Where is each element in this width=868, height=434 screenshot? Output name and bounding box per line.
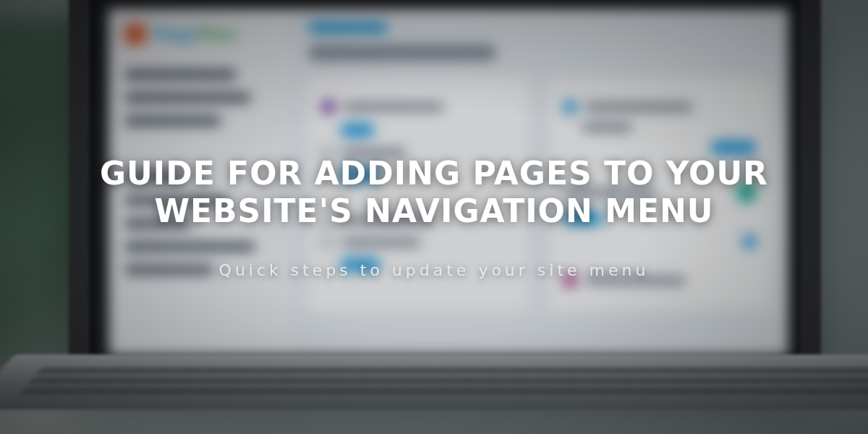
hero-banner: PagePlan bbox=[0, 0, 868, 434]
foreground-text: GUIDE FOR ADDING PAGES TO YOUR WEBSITE'S… bbox=[0, 0, 868, 434]
headline: GUIDE FOR ADDING PAGES TO YOUR WEBSITE'S… bbox=[80, 155, 788, 230]
subheadline: Quick steps to update your site menu bbox=[219, 261, 650, 279]
